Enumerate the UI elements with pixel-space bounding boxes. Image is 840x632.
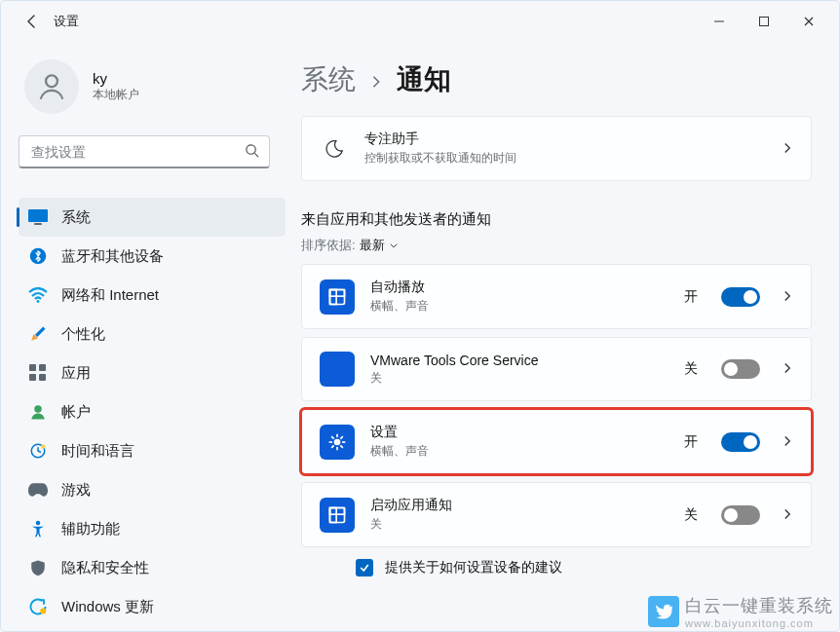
games-icon [28,480,48,500]
toggle-state: 开 [684,288,698,306]
chevron-right-icon [782,141,793,157]
shield-icon [28,558,48,577]
nav-label: 时间和语言 [61,442,134,461]
svg-point-15 [40,609,46,614]
user-subtitle: 本地帐户 [93,87,139,103]
accounts-icon [28,402,48,422]
sender-row-autoplay[interactable]: 自动播放 横幅、声音 开 [301,264,812,329]
nav-label: 蓝牙和其他设备 [61,247,164,266]
sort-row[interactable]: 排序依据: 最新 [301,237,812,254]
search-input[interactable] [29,143,245,161]
sort-label: 排序依据: [301,237,356,254]
nav-label: 网络和 Internet [61,286,159,305]
nav-time[interactable]: 时间和语言 [19,431,286,470]
senders-section-title: 来自应用和其他发送者的通知 [301,210,812,229]
sender-title: 设置 [370,424,668,441]
user-name: ky [93,70,139,87]
nav-privacy[interactable]: 隐私和安全性 [19,548,286,587]
clock-icon [28,441,48,461]
focus-assist-card[interactable]: 专注助手 控制获取或不获取通知的时间 [301,116,812,181]
sender-row-settings[interactable]: 设置 横幅、声音 开 [301,409,812,474]
chevron-right-icon [782,289,793,305]
svg-rect-7 [29,364,36,371]
person-icon [35,70,68,103]
svg-rect-10 [39,374,46,381]
maximize-icon [758,16,770,27]
tips-row: 提供关于如何设置设备的建议 [301,559,812,576]
svg-point-19 [334,438,341,445]
toggle-state: 关 [684,360,698,378]
winupdate-icon [28,597,48,616]
nav-label: 应用 [61,364,91,383]
minimize-button[interactable] [697,6,742,37]
tips-label: 提供关于如何设置设备的建议 [385,559,562,576]
sender-title: 启动应用通知 [370,497,668,514]
bluetooth-icon [28,246,48,266]
focus-sub: 控制获取或不获取通知的时间 [364,150,760,167]
settings-window: 设置 ky 本地帐户 [0,0,840,632]
nav-list: 系统 蓝牙和其他设备 网络和 Internet [19,198,286,626]
nav-label: 隐私和安全性 [61,559,149,577]
nav-accounts[interactable]: 帐户 [19,392,286,431]
svg-point-11 [34,405,42,413]
toggle-switch[interactable] [721,359,760,379]
chevron-right-icon [782,361,793,377]
breadcrumb: 系统 通知 [301,61,812,98]
titlebar-title: 设置 [54,13,79,30]
avatar [24,59,79,114]
chevron-right-icon [369,64,383,95]
nav-label: 游戏 [61,481,91,500]
moon-icon [320,134,349,164]
sender-sub: 关 [370,516,668,533]
nav-label: 个性化 [61,325,105,344]
sender-row-vmware[interactable]: VMware Tools Core Service 关 关 [301,337,812,401]
search-box[interactable] [19,135,270,168]
nav-label: Windows 更新 [61,598,154,616]
search-icon [245,143,259,161]
sender-row-startup[interactable]: 启动应用通知 关 关 [301,482,812,547]
maximize-button[interactable] [742,6,786,37]
sender-sub: 横幅、声音 [370,443,668,460]
tips-checkbox[interactable] [356,559,373,576]
watermark: 白云一键重装系统 www.baiyunxitong.com [648,594,833,629]
autoplay-icon [320,279,355,315]
toggle-switch[interactable] [721,505,760,525]
nav-accessibility[interactable]: 辅助功能 [19,509,286,548]
nav-games[interactable]: 游戏 [19,470,286,509]
apps-icon [28,363,48,383]
arrow-left-icon [24,14,40,29]
sort-value-dropdown[interactable]: 最新 [360,237,399,254]
sidebar: ky 本地帐户 系统 [1,42,293,632]
sender-sub: 横幅、声音 [370,298,668,315]
wifi-icon [28,285,48,305]
svg-rect-4 [34,223,42,225]
svg-rect-9 [29,374,36,381]
nav-apps[interactable]: 应用 [19,353,286,392]
nav-system[interactable]: 系统 [19,198,286,237]
check-icon [359,562,370,574]
nav-network[interactable]: 网络和 Internet [19,276,286,315]
close-button[interactable] [786,6,831,37]
watermark-logo-icon [648,596,679,627]
settings-app-icon [320,425,355,460]
breadcrumb-root[interactable]: 系统 [301,61,356,98]
toggle-switch[interactable] [721,432,760,452]
nav-winupdate[interactable]: Windows 更新 [19,587,286,626]
svg-point-1 [46,75,57,87]
content-pane: 系统 通知 专注助手 控制获取或不获取通知的时间 来自应用和其 [293,42,839,632]
nav-bluetooth[interactable]: 蓝牙和其他设备 [19,237,286,276]
startup-app-icon [320,498,355,533]
toggle-state: 关 [684,506,698,524]
svg-point-6 [37,300,40,303]
nav-personalize[interactable]: 个性化 [19,315,286,353]
chevron-down-icon [389,241,399,250]
svg-rect-8 [39,364,46,371]
nav-label: 辅助功能 [61,520,120,539]
svg-rect-3 [28,209,48,222]
sender-title: VMware Tools Core Service [370,353,668,368]
toggle-switch[interactable] [721,287,760,307]
chevron-right-icon [782,434,793,450]
back-button[interactable] [17,6,48,37]
watermark-line1: 白云一键重装系统 [685,594,833,617]
user-row[interactable]: ky 本地帐户 [19,56,286,124]
